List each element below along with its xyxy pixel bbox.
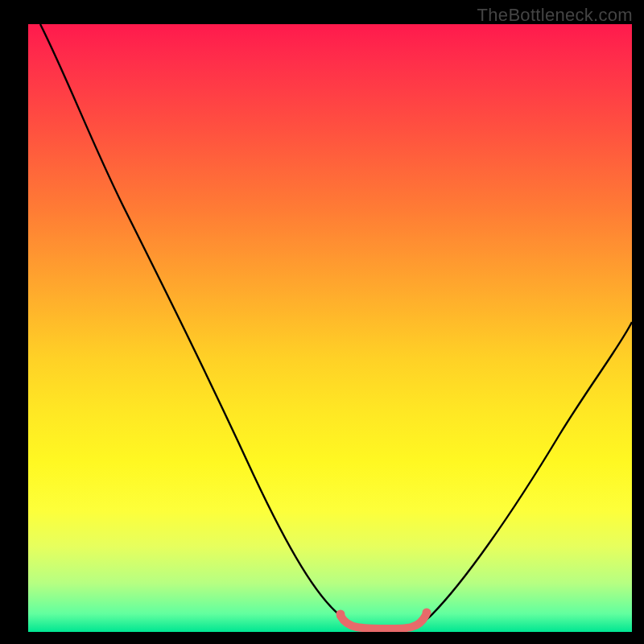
curve-layer [28,24,632,632]
marker-dot-right [423,609,431,617]
plot-area [28,24,632,632]
watermark-text: TheBottleneck.com [477,5,633,26]
chart-frame: TheBottleneck.com [0,0,644,644]
minimum-marker [341,615,426,629]
marker-dot-left [336,610,345,619]
bottleneck-curve [40,24,632,627]
